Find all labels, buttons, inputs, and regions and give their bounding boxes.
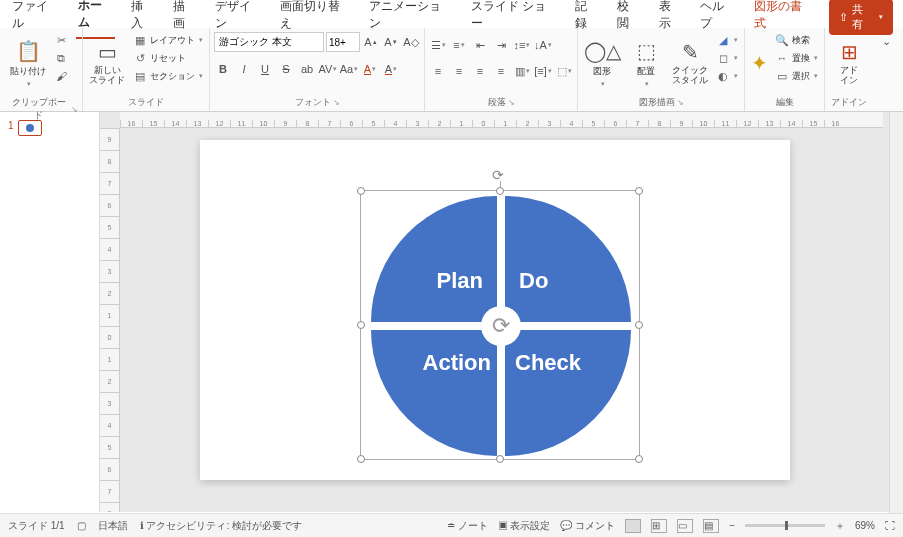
resize-handle-b[interactable]: [496, 455, 504, 463]
launcher-icon[interactable]: ↘: [677, 98, 684, 107]
indent-dec-button[interactable]: ⇤: [471, 36, 489, 54]
lang-icon: ▢: [77, 520, 86, 531]
align-left-button[interactable]: ≡: [429, 62, 447, 80]
normal-view-button[interactable]: [625, 519, 641, 533]
find-button[interactable]: 🔍検索: [773, 32, 820, 48]
bullets-button[interactable]: ☰▾: [429, 36, 447, 54]
case-button[interactable]: Aa▾: [340, 60, 358, 78]
zoom-slider[interactable]: [745, 524, 825, 527]
align-center-button[interactable]: ≡: [450, 62, 468, 80]
slideshow-view-button[interactable]: ▤: [703, 519, 719, 533]
ribbon: 📋 貼り付け ▾ ✂ ⧉ 🖌 クリップボード↘ ▭ 新しい スライド ▦レイアウ…: [0, 28, 903, 112]
pdca-check[interactable]: Check: [505, 330, 631, 456]
clear-format-button[interactable]: A◇: [402, 33, 420, 51]
align-right-button[interactable]: ≡: [471, 62, 489, 80]
display-settings-button[interactable]: ▣ 表示設定: [498, 519, 551, 533]
replace-button[interactable]: ↔置換▾: [773, 50, 820, 66]
group-slides: ▭ 新しい スライド ▦レイアウト▾ ↺リセット ▤セクション▾ スライド: [83, 28, 210, 111]
section-button[interactable]: ▤セクション▾: [131, 68, 205, 84]
menu-bar: ファイル ホーム 挿入 描画 デザイン 画面切り替え アニメーション スライド …: [0, 0, 903, 28]
copy-button[interactable]: ⧉: [52, 50, 70, 66]
launcher-icon[interactable]: ↘: [333, 98, 340, 107]
font-size-input[interactable]: [326, 32, 360, 52]
line-spacing-button[interactable]: ↕≡▾: [513, 36, 531, 54]
group-drawing: ◯△図形▾ ⬚配置▾ ✎クイック スタイル ◢▾ ◻▾ ◐▾ 図形描画↘: [578, 28, 745, 111]
shape-outline-button[interactable]: ◻▾: [714, 50, 740, 66]
comments-button[interactable]: 💬 コメント: [560, 519, 615, 533]
resize-handle-br[interactable]: [635, 455, 643, 463]
group-editing: ✦ 🔍検索 ↔置換▾ ▭選択▾ 編集: [745, 28, 825, 111]
shapes-button[interactable]: ◯△図形▾: [582, 32, 622, 94]
spacing-button[interactable]: AV▾: [319, 60, 337, 78]
notes-button[interactable]: ≐ ノート: [447, 519, 488, 533]
cycle-icon: ⟳: [481, 306, 521, 346]
highlight-button[interactable]: A▾: [361, 60, 379, 78]
indent-inc-button[interactable]: ⇥: [492, 36, 510, 54]
select-button[interactable]: ▭選択▾: [773, 68, 820, 84]
font-color-button[interactable]: A▾: [382, 60, 400, 78]
addins-button[interactable]: ⊞アド イン: [829, 32, 869, 94]
zoom-out-button[interactable]: −: [729, 520, 735, 531]
reset-button[interactable]: ↺リセット: [131, 50, 205, 66]
resize-handle-l[interactable]: [357, 321, 365, 329]
vertical-scrollbar[interactable]: [889, 112, 903, 513]
language-label[interactable]: 日本語: [98, 519, 128, 533]
cut-button[interactable]: ✂: [52, 32, 70, 48]
shadow-button[interactable]: ab: [298, 60, 316, 78]
text-direction-button[interactable]: ↓A▾: [534, 36, 552, 54]
bold-button[interactable]: B: [214, 60, 232, 78]
smartart-button[interactable]: ⬚▾: [555, 62, 573, 80]
layout-button[interactable]: ▦レイアウト▾: [131, 32, 205, 48]
numbering-button[interactable]: ≡▾: [450, 36, 468, 54]
collapse-ribbon-button[interactable]: ⌄: [877, 32, 895, 50]
pdca-diagram[interactable]: Plan Do Action Check ⟳: [371, 196, 631, 456]
chevron-down-icon: ▾: [27, 80, 31, 88]
decrease-font-button[interactable]: A▼: [382, 33, 400, 51]
resize-handle-tr[interactable]: [635, 187, 643, 195]
slide-thumbnails: 1: [0, 112, 100, 512]
slide-counter[interactable]: スライド 1/1: [8, 519, 65, 533]
zoom-level[interactable]: 69%: [855, 520, 875, 531]
slide-canvas[interactable]: ⟳ Plan Do Action Check ⟳: [200, 140, 790, 480]
shape-effects-button[interactable]: ◐▾: [714, 68, 740, 84]
align-text-button[interactable]: [≡]▾: [534, 62, 552, 80]
align-justify-button[interactable]: ≡: [492, 62, 510, 80]
launcher-icon[interactable]: ↘: [71, 105, 78, 114]
search-icon: 🔍: [775, 33, 789, 47]
pdca-do[interactable]: Do: [505, 196, 631, 322]
resize-handle-tl[interactable]: [357, 187, 365, 195]
resize-handle-t[interactable]: [496, 187, 504, 195]
zoom-in-button[interactable]: ＋: [835, 519, 845, 533]
arrange-button[interactable]: ⬚配置▾: [626, 32, 666, 94]
italic-button[interactable]: I: [235, 60, 253, 78]
addins-group-label: アドイン: [831, 96, 867, 109]
format-painter-button[interactable]: 🖌: [52, 68, 70, 84]
pdca-plan[interactable]: Plan: [371, 196, 497, 322]
selection-box[interactable]: ⟳ Plan Do Action Check ⟳: [360, 190, 640, 460]
pdca-action[interactable]: Action: [371, 330, 497, 456]
effects-icon: ◐: [716, 69, 730, 83]
resize-handle-r[interactable]: [635, 321, 643, 329]
launcher-icon[interactable]: ↘: [508, 98, 515, 107]
editing-toggle[interactable]: ✦: [749, 32, 769, 94]
share-icon: ⇧: [839, 11, 848, 24]
a11y-status[interactable]: ℹ アクセシビリティ: 検討が必要です: [140, 519, 302, 533]
chevron-down-icon: ▾: [879, 13, 883, 21]
strike-button[interactable]: S: [277, 60, 295, 78]
quick-styles-button[interactable]: ✎クイック スタイル: [670, 32, 710, 94]
arrange-icon: ⬚: [637, 39, 656, 63]
status-bar: スライド 1/1 ▢ 日本語 ℹ アクセシビリティ: 検討が必要です ≐ ノート…: [0, 513, 903, 537]
fit-button[interactable]: ⛶: [885, 520, 895, 531]
underline-button[interactable]: U: [256, 60, 274, 78]
reading-view-button[interactable]: ▭: [677, 519, 693, 533]
brush-icon: 🖌: [54, 69, 68, 83]
sorter-view-button[interactable]: ⊞: [651, 519, 667, 533]
shape-fill-button[interactable]: ◢▾: [714, 32, 740, 48]
font-name-input[interactable]: [214, 32, 324, 52]
resize-handle-bl[interactable]: [357, 455, 365, 463]
columns-button[interactable]: ▥▾: [513, 62, 531, 80]
workspace: 1 16151413121110987654321012345678910111…: [0, 112, 903, 512]
new-slide-button[interactable]: ▭ 新しい スライド: [87, 32, 127, 94]
paste-button[interactable]: 📋 貼り付け ▾: [8, 32, 48, 94]
increase-font-button[interactable]: A▲: [362, 33, 380, 51]
